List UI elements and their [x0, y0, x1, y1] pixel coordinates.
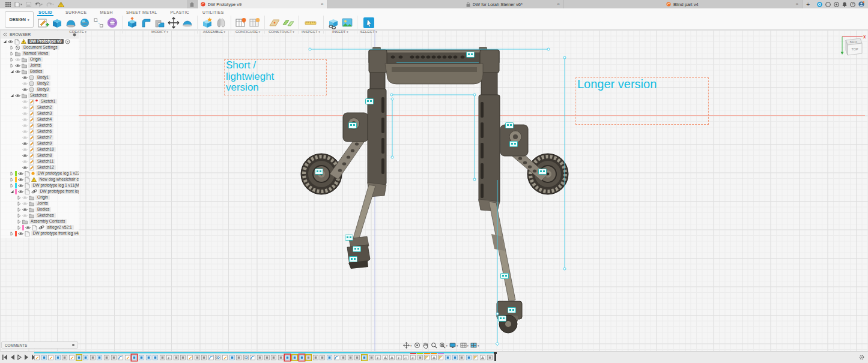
tree-item-label[interactable]: Sketch2 [35, 105, 53, 110]
save-icon[interactable] [26, 2, 31, 7]
timeline-feature-icon[interactable] [55, 355, 61, 361]
timeline-feature-icon[interactable] [445, 355, 451, 361]
timeline-feature-icon[interactable] [452, 355, 458, 361]
browser-tree-item[interactable]: Bodies [1, 206, 79, 212]
visibility-eye-icon[interactable] [22, 202, 28, 206]
timeline-feature-icon[interactable] [383, 355, 388, 361]
timeline-feature-icon[interactable] [34, 355, 40, 361]
visibility-eye-icon[interactable] [22, 208, 28, 212]
timeline-feature-icon[interactable] [222, 355, 228, 361]
visibility-eye-icon[interactable] [18, 178, 23, 182]
visibility-eye-icon[interactable] [22, 154, 28, 158]
visibility-eye-icon[interactable] [22, 196, 28, 200]
expand-arrow-icon[interactable] [17, 220, 21, 224]
timeline-feature-icon[interactable] [160, 355, 165, 361]
workspace-selector[interactable]: DESIGN▾ [5, 11, 34, 28]
timeline-feature-icon[interactable] [195, 355, 200, 361]
tree-item-label[interactable]: Sketches [28, 93, 49, 98]
visibility-eye-icon[interactable] [22, 130, 28, 134]
create-tool-icon-1[interactable] [37, 16, 50, 29]
tree-item-label[interactable]: Sketch5 [35, 123, 53, 128]
timeline-feature-icon[interactable] [90, 355, 96, 361]
toolbar-group-label[interactable]: CREATE [69, 29, 84, 34]
model-3d-view[interactable] [0, 30, 868, 351]
timeline-feature-icon[interactable] [215, 355, 220, 361]
timeline-feature-icon[interactable] [341, 355, 346, 361]
tree-item-label[interactable]: Sketch4 [35, 117, 53, 122]
browser-tree-item[interactable]: Sketch7 [1, 134, 79, 140]
orbit-icon[interactable]: ▾ [403, 342, 412, 349]
tree-item-label[interactable]: Sketch11 [35, 159, 55, 164]
help-icon[interactable]: ? [850, 2, 855, 7]
tree-item-label[interactable]: Bodies [35, 207, 51, 212]
new-tab-button[interactable]: + [803, 0, 813, 8]
browser-tree-item[interactable]: Sketch1 [1, 98, 79, 104]
app-grid-icon[interactable] [5, 2, 11, 7]
pan-icon[interactable] [422, 342, 429, 349]
tree-item-label[interactable]: Origin [35, 195, 50, 200]
browser-tree-item[interactable]: Named Views [1, 50, 79, 56]
browser-tree-item[interactable]: Sketch10 [1, 146, 79, 152]
comments-bar[interactable]: COMMENTS [1, 341, 78, 349]
create-tool-icon-3[interactable] [64, 16, 77, 29]
select-tool-icon-1[interactable] [362, 16, 375, 29]
tree-item-label[interactable]: DW Prototype v9 [28, 39, 64, 44]
timeline-feature-icon[interactable] [76, 355, 82, 361]
timeline-feature-icon[interactable] [417, 355, 423, 361]
timeline-feature-icon[interactable] [104, 355, 109, 361]
browser-tree-item[interactable]: Sketch9 [1, 140, 79, 146]
modify-tool-icon-2[interactable] [139, 16, 153, 29]
visibility-eye-icon[interactable] [22, 76, 28, 80]
browser-tree-item[interactable]: Sketches [1, 92, 79, 98]
tree-item-label[interactable]: DW prototype leg 1 v11(Mirror... [31, 183, 79, 188]
activate-component-icon[interactable] [65, 39, 70, 44]
expand-arrow-icon[interactable] [10, 178, 14, 182]
create-tool-icon-4[interactable] [78, 16, 91, 29]
joint-origin-marker[interactable] [508, 308, 516, 313]
modify-tool-icon-3[interactable] [153, 16, 166, 29]
visibility-eye-icon[interactable] [22, 82, 28, 86]
browser-tree-item[interactable]: Joints [1, 200, 79, 206]
visibility-eye-icon[interactable] [22, 106, 28, 110]
toolbar-group-label[interactable]: CONSTRUCT [269, 29, 292, 34]
joint-origin-marker[interactable] [353, 247, 361, 252]
expand-arrow-icon[interactable] [17, 214, 21, 218]
modify-tool-icon-5[interactable] [181, 16, 194, 29]
modify-tool-icon-4[interactable] [167, 16, 180, 29]
browser-tree-item[interactable]: Sketch3 [1, 110, 79, 116]
timeline-feature-icon[interactable] [466, 355, 472, 361]
timeline-feature-icon[interactable] [97, 355, 102, 361]
assemble-tool-icon-2[interactable] [214, 16, 228, 29]
tree-item-label[interactable]: Sketch3 [35, 111, 53, 116]
tree-item-label[interactable]: Assembly Contexts [29, 219, 67, 224]
play-button[interactable] [17, 355, 22, 360]
comments-menu-icon[interactable] [72, 344, 74, 346]
expand-arrow-open-icon[interactable] [10, 94, 14, 98]
display-settings-icon[interactable]: ▾ [449, 342, 458, 349]
toolbar-group-label[interactable]: ASSEMBLE [203, 29, 223, 34]
tree-item-label[interactable]: Sketch6 [35, 129, 53, 134]
timeline-feature-icon[interactable] [69, 355, 74, 361]
browser-tree-item[interactable]: DW prototype leg 1 v23:1 [1, 170, 79, 176]
timeline-feature-icon[interactable] [153, 355, 158, 361]
tree-item-label[interactable]: Document Settings [22, 45, 59, 50]
expand-arrow-icon[interactable] [10, 64, 14, 68]
visibility-eye-icon[interactable] [22, 166, 28, 170]
browser-tree-item[interactable]: Sketches [1, 212, 79, 218]
browser-tree-item[interactable]: Bodies [1, 68, 79, 74]
visibility-eye-icon[interactable] [22, 124, 28, 128]
canvas-viewport[interactable]: Short /lightwieghtversionLonger version … [0, 30, 868, 351]
file-menu-icon[interactable] [14, 2, 22, 7]
browser-tree-item[interactable]: Sketch6 [1, 128, 79, 134]
timeline-feature-icon[interactable] [285, 355, 290, 361]
look-at-icon[interactable] [414, 342, 420, 349]
browser-tree-item[interactable]: Sketch2 [1, 104, 79, 110]
timeline-feature-icon[interactable] [83, 355, 88, 361]
timeline-feature-icon[interactable] [292, 355, 297, 361]
warning-icon[interactable] [58, 2, 64, 7]
view-cube[interactable]: X BACK TOP [839, 32, 867, 62]
browser-tree-item[interactable]: Origin [1, 194, 79, 200]
timeline-feature-icon[interactable] [362, 355, 367, 361]
timeline-feature-icon[interactable] [313, 355, 318, 361]
configure-tool-icon-1[interactable] [234, 16, 247, 29]
